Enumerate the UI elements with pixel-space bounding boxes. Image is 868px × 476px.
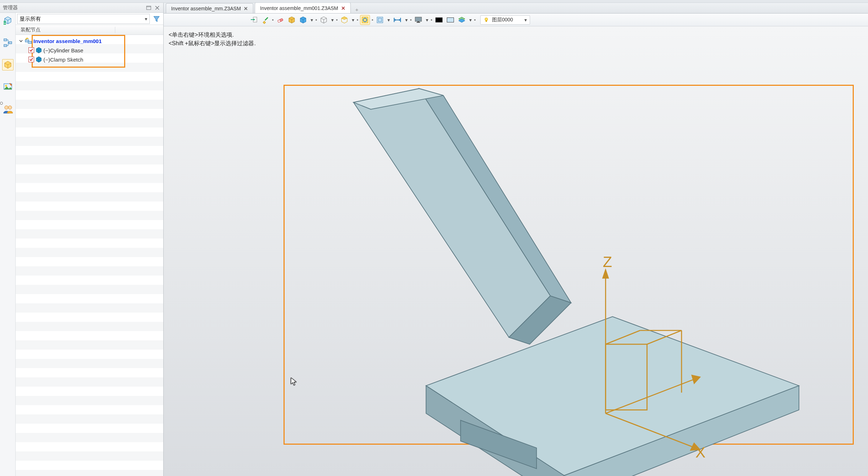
- tree-child-label[interactable]: (−)Clamp Sketch: [43, 57, 83, 63]
- tree-column-header: 装配节点: [16, 25, 163, 35]
- tb-face-analysis[interactable]: [360, 15, 370, 25]
- model-back-slab: [354, 89, 571, 344]
- svg-rect-11: [4, 39, 7, 41]
- toolbar-separator: •: [371, 16, 374, 23]
- tb-monitor[interactable]: [413, 15, 423, 25]
- tb-wireframe[interactable]: [319, 15, 329, 25]
- tb-insert[interactable]: [249, 15, 259, 25]
- viewport-3d[interactable]: <单击右键>环境相关选项. <Shift +鼠标右键>显示选择过滤器.: [164, 26, 868, 476]
- svg-rect-37: [280, 18, 283, 21]
- tb-layers-icon[interactable]: [457, 15, 467, 25]
- svg-rect-10: [4, 24, 6, 25]
- svg-rect-63: [417, 22, 420, 23]
- toolbar-separator: •: [430, 16, 433, 23]
- toolbar-separator: •: [410, 16, 412, 23]
- tree-child-row[interactable]: (−)Cylinder Base: [16, 46, 163, 55]
- svg-rect-67: [486, 21, 487, 22]
- color-swatch-lightblue: [447, 17, 454, 22]
- scene-3d-model: Z X: [164, 26, 868, 476]
- tree-filter-select[interactable]: 显示所有: [17, 14, 150, 24]
- dropdown-arrow[interactable]: ▾: [309, 17, 314, 23]
- toolbar-separator: •: [336, 16, 338, 23]
- tree-filter-row: 显示所有 ▾: [16, 13, 163, 25]
- document-area: Inventor assemble_mm.Z3ASM ✕ Inventor as…: [164, 3, 868, 476]
- tree-area[interactable]: Inventor assemble_mm001 (−)Cylinder Base: [16, 35, 163, 476]
- model-bottom-slab: [426, 317, 799, 476]
- toolbar-separator: •: [356, 16, 359, 23]
- new-tab-button[interactable]: ＋: [352, 7, 361, 13]
- color-swatch-black: [435, 17, 443, 22]
- svg-line-48: [324, 18, 327, 20]
- tree-checkbox[interactable]: [28, 47, 34, 53]
- svg-marker-51: [342, 17, 347, 20]
- expander-icon[interactable]: [18, 38, 23, 43]
- vbtn-users[interactable]: [2, 103, 14, 115]
- manager-titlebar: 管理器: [0, 3, 163, 13]
- axis-label-z: Z: [603, 253, 612, 270]
- tab-close-button[interactable]: ✕: [341, 5, 345, 11]
- tb-color-lightblue[interactable]: [445, 15, 455, 25]
- svg-rect-8: [4, 21, 6, 22]
- manager-side-toolbar: [0, 13, 16, 476]
- document-tab[interactable]: Inventor assemble_mm001.Z3ASM ✕: [255, 3, 350, 13]
- svg-rect-55: [378, 18, 382, 22]
- svg-rect-13: [9, 42, 12, 44]
- tree-checkbox[interactable]: [28, 57, 34, 62]
- panel-close-button[interactable]: [154, 5, 160, 11]
- menubar-stub: [0, 0, 868, 3]
- tree-column-header-label: 装配节点: [19, 27, 115, 33]
- tree-child-label[interactable]: (−)Cylinder Base: [43, 47, 83, 53]
- layer-label: 图层0000: [492, 17, 513, 23]
- tb-shaded-gold[interactable]: [287, 15, 297, 25]
- manager-body: 显示所有 ▾ 装配节点: [0, 13, 163, 476]
- main-split: 管理器: [0, 3, 868, 476]
- toolbar-separator: •: [315, 16, 317, 23]
- tb-shaded-blue[interactable]: [298, 15, 308, 25]
- manager-panel: 管理器: [0, 3, 164, 476]
- svg-rect-62: [417, 21, 419, 22]
- document-tabs: Inventor assemble_mm.Z3ASM ✕ Inventor as…: [164, 3, 868, 14]
- dropdown-arrow[interactable]: ▾: [404, 17, 408, 23]
- lightbulb-icon: [483, 17, 489, 23]
- svg-point-25: [26, 39, 27, 40]
- panel-minimize-button[interactable]: [145, 5, 152, 11]
- svg-rect-9: [4, 22, 6, 23]
- tb-eraser[interactable]: [275, 15, 285, 25]
- layer-selector[interactable]: 图层0000 ▾: [480, 15, 530, 25]
- view-toolbar: • ▾ • ▾ • ▾ • •: [164, 14, 868, 26]
- axis-label-x: X: [695, 444, 705, 461]
- dropdown-arrow[interactable]: ▾: [330, 17, 334, 23]
- assembly-icon: [25, 38, 32, 44]
- tab-label: Inventor assemble_mm001.Z3ASM: [260, 5, 338, 11]
- svg-rect-61: [415, 17, 422, 21]
- part-icon: [36, 47, 42, 53]
- chevron-down-icon: ▾: [524, 17, 527, 23]
- vbtn-part-tree[interactable]: [2, 15, 14, 26]
- toolbar-separator: •: [272, 16, 274, 23]
- tree-filter-button[interactable]: [151, 14, 162, 24]
- tree-child-row[interactable]: (−)Clamp Sketch: [16, 55, 163, 64]
- svg-point-66: [485, 18, 488, 21]
- tb-grid-toggle[interactable]: [375, 15, 385, 25]
- toolbar-separator: •: [474, 16, 476, 23]
- dropdown-arrow[interactable]: ▾: [351, 17, 355, 23]
- tree-root-label[interactable]: Inventor assemble_mm001: [33, 38, 102, 44]
- tree-root-row[interactable]: Inventor assemble_mm001: [16, 36, 163, 46]
- dropdown-arrow[interactable]: ▾: [386, 17, 391, 23]
- assembly-tree: Inventor assemble_mm001 (−)Cylinder Base: [16, 35, 163, 66]
- svg-rect-12: [4, 45, 7, 47]
- dropdown-arrow[interactable]: ▾: [425, 17, 429, 23]
- tb-hidden-gold[interactable]: [339, 15, 349, 25]
- tab-label: Inventor assemble_mm.Z3ASM: [171, 6, 241, 11]
- tb-brush[interactable]: [260, 15, 270, 25]
- vbtn-image[interactable]: [2, 81, 14, 93]
- document-tab[interactable]: Inventor assemble_mm.Z3ASM ✕: [166, 3, 253, 13]
- tb-dimension[interactable]: [392, 15, 403, 25]
- dropdown-arrow[interactable]: ▾: [468, 17, 472, 23]
- vbtn-box[interactable]: [2, 59, 14, 70]
- vbtn-assembly-tree[interactable]: [2, 37, 14, 48]
- tab-close-button[interactable]: ✕: [244, 6, 248, 11]
- tb-color-black[interactable]: [434, 15, 444, 25]
- svg-rect-24: [28, 41, 32, 43]
- part-icon: [36, 56, 42, 63]
